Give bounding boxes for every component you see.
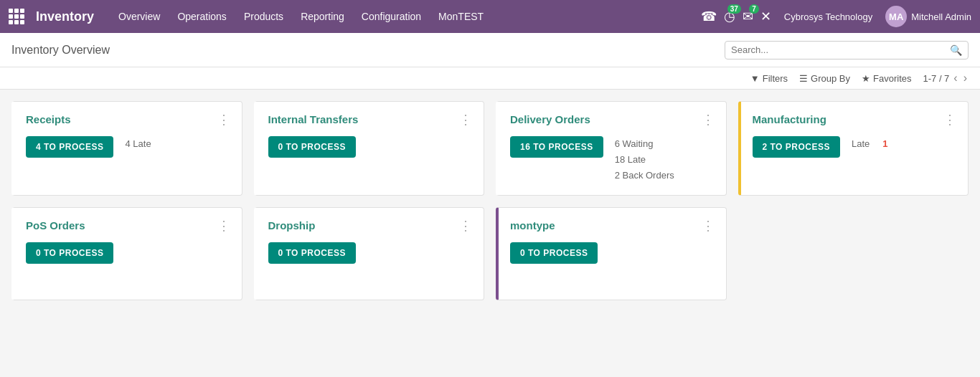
search-icon[interactable]: 🔍 [950, 44, 962, 56]
card-montype[interactable]: montype ⋮ 0 TO PROCESS [496, 207, 727, 300]
process-button[interactable]: 4 TO PROCESS [26, 136, 113, 158]
card-delivery-orders[interactable]: Delivery Orders ⋮ 16 TO PROCESS 6 Waitin… [496, 101, 727, 196]
app-logo[interactable]: Inventory [36, 9, 94, 24]
card-title: Internal Transfers [268, 113, 359, 125]
card-receipts[interactable]: Receipts ⋮ 4 TO PROCESS 4 Late [11, 101, 242, 196]
chat-badge: 7 [749, 4, 759, 14]
menu-configuration[interactable]: Configuration [354, 8, 428, 25]
username: Mitchell Admin [911, 11, 971, 22]
card-header: PoS Orders ⋮ [26, 219, 230, 232]
card-stats: 6 Waiting18 Late2 Back Orders [615, 136, 674, 183]
card-body: 0 TO PROCESS [268, 242, 473, 264]
stat-label: Late [852, 138, 870, 149]
chat-icon-btn[interactable]: ✉ 7 [743, 9, 753, 24]
card-menu-icon[interactable]: ⋮ [459, 113, 472, 126]
topnav-icons: ☎ ◷ 37 ✉ 7 ✕ Cybrosys Technology MA Mitc… [701, 6, 971, 27]
card-header: Manufacturing ⋮ [753, 113, 957, 126]
card-body: 0 TO PROCESS [26, 242, 230, 264]
card-header: montype ⋮ [510, 219, 715, 232]
top-navigation: Inventory Overview Operations Products R… [0, 0, 980, 33]
menu-products[interactable]: Products [237, 8, 291, 25]
star-icon: ★ [862, 73, 870, 84]
process-button[interactable]: 0 TO PROCESS [268, 242, 356, 264]
pagination-text: 1-7 / 7 [923, 73, 949, 84]
pagination-prev[interactable]: ‹ [952, 72, 958, 85]
filter-icon: ▼ [750, 73, 760, 84]
card-header: Internal Transfers ⋮ [268, 113, 473, 126]
menu-overview[interactable]: Overview [111, 8, 167, 25]
avatar: MA [885, 6, 907, 27]
page-title: Inventory Overview [11, 44, 716, 57]
card-menu-icon[interactable]: ⋮ [702, 113, 715, 126]
card-body: 4 TO PROCESS 4 Late [26, 136, 230, 158]
settings-icon-btn[interactable]: ✕ [760, 9, 771, 24]
menu-montest[interactable]: MonTEST [431, 8, 491, 25]
subheader: Inventory Overview 🔍 [0, 33, 980, 67]
process-button[interactable]: 16 TO PROCESS [510, 136, 603, 158]
menu-reporting[interactable]: Reporting [293, 8, 352, 25]
search-bar[interactable]: 🔍 [725, 41, 969, 59]
card-title: Manufacturing [753, 113, 826, 125]
card-body: 0 TO PROCESS [268, 136, 473, 158]
process-button[interactable]: 2 TO PROCESS [753, 136, 840, 158]
card-menu-icon[interactable]: ⋮ [459, 219, 472, 232]
process-button[interactable]: 0 TO PROCESS [26, 242, 113, 264]
card-stats: 4 Late [125, 136, 151, 152]
card-menu-icon[interactable]: ⋮ [702, 219, 715, 232]
menu-operations[interactable]: Operations [170, 8, 233, 25]
stat-item: 6 Waiting [615, 136, 674, 152]
card-title: Delivery Orders [510, 113, 590, 125]
clock-icon-btn[interactable]: ◷ 37 [724, 9, 735, 24]
card-menu-icon[interactable]: ⋮ [217, 113, 230, 126]
groupby-icon: ☰ [799, 73, 808, 84]
phone-icon-btn[interactable]: ☎ [701, 9, 717, 24]
clock-badge: 37 [727, 4, 741, 14]
user-menu[interactable]: MA Mitchell Admin [885, 6, 971, 27]
filters-button[interactable]: ▼ Filters [750, 73, 788, 84]
filter-controls: ▼ Filters ☰ Group By ★ Favorites 1-7 / 7… [750, 72, 969, 85]
stat-item: 2 Back Orders [615, 168, 674, 183]
process-button[interactable]: 0 TO PROCESS [268, 136, 356, 158]
card-title: PoS Orders [26, 219, 85, 232]
stat-number: 1 [882, 138, 887, 149]
card-menu-icon[interactable]: ⋮ [943, 113, 956, 126]
stat-item: 4 Late [125, 136, 151, 152]
card-title: Dropship [268, 219, 316, 232]
card-title: Receipts [26, 113, 71, 125]
filters-label: Filters [763, 73, 788, 84]
pagination-next[interactable]: › [962, 72, 969, 85]
apps-grid-icon[interactable] [9, 9, 24, 24]
card-body: 16 TO PROCESS 6 Waiting18 Late2 Back Ord… [510, 136, 715, 183]
card-pos-orders[interactable]: PoS Orders ⋮ 0 TO PROCESS [11, 207, 242, 300]
filter-bar: ▼ Filters ☰ Group By ★ Favorites 1-7 / 7… [0, 67, 980, 90]
process-button[interactable]: 0 TO PROCESS [510, 242, 598, 264]
main-menu: Overview Operations Products Reporting C… [111, 8, 695, 25]
card-stats: Late 1 [852, 136, 888, 152]
card-header: Receipts ⋮ [26, 113, 230, 126]
groupby-button[interactable]: ☰ Group By [799, 73, 850, 84]
card-title: montype [510, 219, 555, 232]
card-body: 2 TO PROCESS Late 1 [753, 136, 957, 158]
favorites-label: Favorites [873, 73, 911, 84]
card-dropship[interactable]: Dropship ⋮ 0 TO PROCESS [254, 207, 485, 300]
cards-grid: Receipts ⋮ 4 TO PROCESS 4 Late Internal … [0, 90, 980, 312]
company-name: Cybrosys Technology [784, 11, 872, 22]
pagination-info: 1-7 / 7 ‹ › [923, 72, 969, 85]
card-body: 0 TO PROCESS [510, 242, 715, 264]
stat-item: 18 Late [615, 152, 674, 168]
card-menu-icon[interactable]: ⋮ [217, 219, 230, 232]
card-internal-transfers[interactable]: Internal Transfers ⋮ 0 TO PROCESS [254, 101, 485, 196]
card-header: Dropship ⋮ [268, 219, 473, 232]
card-header: Delivery Orders ⋮ [510, 113, 715, 126]
favorites-button[interactable]: ★ Favorites [862, 73, 911, 84]
groupby-label: Group By [811, 73, 850, 84]
search-input[interactable] [731, 44, 950, 55]
card-manufacturing[interactable]: Manufacturing ⋮ 2 TO PROCESS Late 1 [738, 101, 969, 196]
